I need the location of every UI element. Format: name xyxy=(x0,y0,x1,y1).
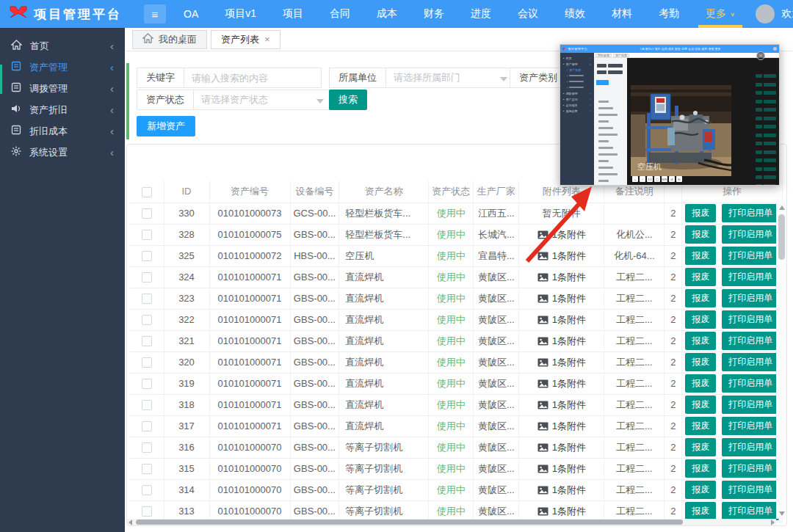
sidebar-item[interactable]: 折旧成本‹ xyxy=(0,120,125,142)
attachment-link[interactable]: 1条附件 xyxy=(537,398,586,412)
sidebar-item[interactable]: 资产管理‹ xyxy=(0,57,125,78)
print-enable-button[interactable]: 打印启用单 xyxy=(722,459,779,478)
print-enable-button[interactable]: 打印启用单 xyxy=(722,268,779,286)
row-checkbox[interactable] xyxy=(142,336,152,346)
attachment-link[interactable]: 1条附件 xyxy=(537,292,586,305)
row-checkbox[interactable] xyxy=(142,251,152,261)
viewer-tool-button[interactable]: ↺ xyxy=(669,176,675,182)
scrap-button[interactable]: 报废 xyxy=(685,268,716,286)
print-enable-button[interactable]: 打印启用单 xyxy=(722,438,779,456)
scrap-button[interactable]: 报废 xyxy=(685,289,716,307)
print-enable-button[interactable]: 打印启用单 xyxy=(722,247,779,265)
row-checkbox[interactable] xyxy=(142,230,152,240)
row-checkbox[interactable] xyxy=(142,379,152,389)
avatar[interactable] xyxy=(756,4,775,23)
nav-item[interactable]: 材料 xyxy=(598,0,645,28)
scrap-button[interactable]: 报废 xyxy=(685,247,716,265)
row-checkbox[interactable] xyxy=(142,506,152,517)
attachment-link[interactable]: 1条附件 xyxy=(537,249,586,263)
row-checkbox[interactable] xyxy=(142,208,152,219)
sidebar-item[interactable]: 调拨管理‹ xyxy=(0,78,125,99)
scroll-right-icon[interactable] xyxy=(771,520,775,525)
scrap-button[interactable]: 报废 xyxy=(685,310,716,329)
attachment-link[interactable]: 1条附件 xyxy=(537,356,586,369)
print-enable-button[interactable]: 打印启用单 xyxy=(722,289,779,307)
scrap-button[interactable]: 报废 xyxy=(685,396,716,414)
horizontal-scrollbar[interactable] xyxy=(127,519,776,525)
attachment-link[interactable]: 1条附件 xyxy=(537,313,586,327)
scrap-button[interactable]: 报废 xyxy=(685,459,716,478)
attachment-link[interactable]: 1条附件 xyxy=(537,335,586,348)
add-asset-button[interactable]: 新增资产 xyxy=(137,116,195,136)
row-checkbox[interactable] xyxy=(142,400,152,410)
hamburger-menu-icon[interactable]: ≡ xyxy=(144,4,166,23)
nav-item[interactable]: 会议 xyxy=(504,0,551,28)
viewer-tool-button[interactable]: ▢ xyxy=(654,176,660,182)
row-checkbox[interactable] xyxy=(142,464,152,474)
nav-item[interactable]: OA xyxy=(170,0,211,28)
print-enable-button[interactable]: 打印启用单 xyxy=(722,396,779,414)
print-enable-button[interactable]: 打印启用单 xyxy=(722,502,779,520)
print-enable-button[interactable]: 打印启用单 xyxy=(722,353,779,371)
row-checkbox[interactable] xyxy=(142,272,152,283)
scroll-down-icon[interactable] xyxy=(779,511,785,516)
nav-item[interactable]: 项目 xyxy=(269,0,316,28)
user-area[interactable]: 欢迎您, 叶炜 xyxy=(748,4,793,23)
attachment-link[interactable]: 1条附件 xyxy=(537,228,586,241)
status-select[interactable]: 请选择资产状态 xyxy=(193,90,331,110)
attachment-link[interactable]: 1条附件 xyxy=(537,420,586,433)
viewer-close-icon[interactable]: × xyxy=(756,51,765,60)
print-enable-button[interactable]: 打印启用单 xyxy=(722,225,779,244)
row-checkbox[interactable] xyxy=(142,315,152,325)
scrap-button[interactable]: 报废 xyxy=(685,417,716,435)
search-button[interactable]: 搜索 xyxy=(329,90,367,110)
print-enable-button[interactable]: 打印启用单 xyxy=(722,204,779,222)
attachment-link[interactable]: 1条附件 xyxy=(537,505,586,518)
keyword-input[interactable] xyxy=(192,73,314,84)
nav-item[interactable]: 考勤 xyxy=(645,0,692,28)
tab-active[interactable]: 资产列表× xyxy=(211,30,280,49)
row-checkbox[interactable] xyxy=(142,421,152,431)
nav-item[interactable]: 进度 xyxy=(457,0,504,28)
viewer-tool-button[interactable]: 50% xyxy=(662,176,667,182)
attachment-link[interactable]: 1条附件 xyxy=(537,271,586,284)
print-enable-button[interactable]: 打印启用单 xyxy=(722,332,779,350)
sidebar-item[interactable]: 系统设置‹ xyxy=(0,142,125,163)
nav-item[interactable]: 项目v1 xyxy=(211,0,269,28)
viewer-tool-button[interactable]: + xyxy=(632,176,638,182)
nav-item[interactable]: 合同 xyxy=(316,0,363,28)
attachment-link[interactable]: 1条附件 xyxy=(537,484,586,497)
attachment-link[interactable]: 1条附件 xyxy=(537,377,586,390)
row-checkbox[interactable] xyxy=(142,294,152,304)
attachment-link[interactable]: 1条附件 xyxy=(537,462,586,475)
sidebar-item[interactable]: 首页‹ xyxy=(0,35,125,57)
unit-select[interactable]: 请选择所属部门 xyxy=(385,68,515,88)
row-checkbox[interactable] xyxy=(142,485,152,495)
scrap-button[interactable]: 报废 xyxy=(685,353,716,371)
print-enable-button[interactable]: 打印启用单 xyxy=(722,417,779,435)
scrap-button[interactable]: 报废 xyxy=(685,204,716,222)
row-checkbox[interactable] xyxy=(142,442,152,453)
scroll-up-icon[interactable] xyxy=(779,205,785,210)
scrap-button[interactable]: 报废 xyxy=(685,332,716,350)
print-enable-button[interactable]: 打印启用单 xyxy=(722,481,779,499)
viewer-tool-button[interactable]: 1:1 xyxy=(647,176,653,182)
vertical-scrollbar[interactable] xyxy=(776,203,786,519)
scrap-button[interactable]: 报废 xyxy=(685,481,716,499)
attachment-link[interactable]: 1条附件 xyxy=(537,441,586,454)
tab-desktop[interactable]: 我的桌面 xyxy=(132,30,207,49)
close-icon[interactable]: × xyxy=(264,34,270,45)
nav-item[interactable]: 绩效 xyxy=(551,0,598,28)
print-enable-button[interactable]: 打印启用单 xyxy=(722,310,779,329)
print-enable-button[interactable]: 打印启用单 xyxy=(722,374,779,393)
nav-item-more[interactable]: 更多∨ xyxy=(692,0,748,28)
select-all-checkbox[interactable] xyxy=(142,187,152,197)
scrap-button[interactable]: 报废 xyxy=(685,374,716,393)
asset-photo[interactable]: 空压机 xyxy=(631,85,731,176)
scroll-left-icon[interactable] xyxy=(128,520,132,525)
scrap-button[interactable]: 报废 xyxy=(685,438,716,456)
sidebar-item[interactable]: 资产折旧‹ xyxy=(0,99,125,120)
scrap-button[interactable]: 报废 xyxy=(685,502,716,520)
viewer-tool-button[interactable]: ↻ xyxy=(676,176,682,182)
nav-item[interactable]: 成本 xyxy=(363,0,410,28)
